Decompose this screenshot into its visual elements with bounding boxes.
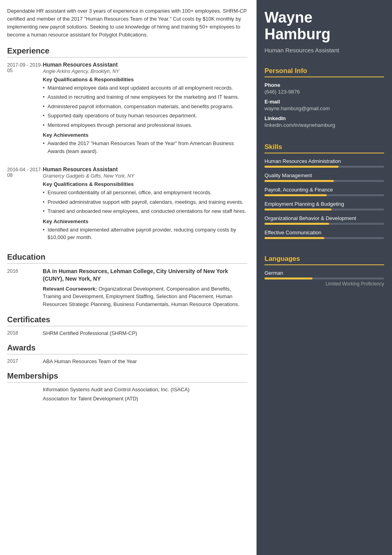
membership-text: Information Systems Audit and Control As… — [43, 387, 247, 392]
personal-info-title: Personal Info — [265, 67, 384, 77]
list-item: Administered payroll information, compen… — [43, 103, 247, 111]
experience-section: Experience 2017-09 - 2019-05 Human Resou… — [7, 46, 247, 245]
languages-title: Languages — [265, 255, 384, 265]
edu-content: BA in Human Resources, Lehman College, C… — [43, 268, 247, 308]
skills-title: Skills — [265, 143, 384, 153]
linkedin-label: LinkedIn — [265, 115, 384, 121]
skill-bar-fill — [265, 223, 329, 225]
personal-info-section: Personal Info Phone (646) 123-9876 E-mai… — [257, 61, 392, 138]
experience-entry: 2017-09 - 2019-05 Human Resources Assist… — [7, 61, 247, 159]
qualifications-label: Key Qualifications & Responsibilities — [43, 181, 247, 187]
skill-bar-fill — [265, 180, 334, 182]
date-col: 2017-09 - 2019-05 — [7, 61, 43, 159]
skill-bar-bg — [265, 237, 384, 239]
membership-entry: Association for Talent Development (ATD) — [7, 396, 247, 402]
certificates-title: Certificates — [7, 315, 247, 326]
education-entry: 2016 BA in Human Resources, Lehman Colle… — [7, 268, 247, 308]
lang-level: Limited Working Proficiency — [265, 281, 384, 287]
list-item: Identified and implemented alternative p… — [43, 226, 247, 241]
award-entry: 2017 ABA Human Resources Team of the Yea… — [7, 358, 247, 364]
qualifications-list: Maintained employee data and kept update… — [43, 84, 247, 129]
skill-item: Payroll, Accounting & Finance — [265, 187, 384, 196]
education-container: 2016 BA in Human Resources, Lehman Colle… — [7, 268, 247, 308]
edu-degree: BA in Human Resources, Lehman College, C… — [43, 268, 247, 283]
skill-name: Organizational Behavior & Development — [265, 215, 384, 221]
skill-bar-fill — [265, 209, 331, 211]
awards-section: Awards 2017 ABA Human Resources Team of … — [7, 343, 247, 364]
phone-value: (646) 123-9876 — [265, 89, 384, 95]
list-item: Maintained employee data and kept update… — [43, 84, 247, 92]
right-panel: Wayne Hamburg Human Resources Assistant … — [257, 0, 392, 555]
lang-bar-bg — [265, 278, 384, 279]
experience-entry: 2016-04 - 2017-08 Human Resources Assist… — [7, 166, 247, 245]
memberships-title: Memberships — [7, 371, 247, 383]
list-item: Trained and onboarded new employees, and… — [43, 207, 247, 215]
memberships-container: Information Systems Audit and Control As… — [7, 387, 247, 402]
name-first: Wayne — [265, 9, 312, 26]
summary-text: Dependable HR assistant with over 3 year… — [7, 7, 247, 39]
achievements-list: Identified and implemented alternative p… — [43, 226, 247, 241]
name-last: Hamburg — [265, 26, 331, 42]
awards-title: Awards — [7, 343, 247, 354]
list-item: Supported daily operations of busy human… — [43, 112, 247, 120]
membership-spacer — [7, 396, 43, 402]
email-value: wayne.hamburg@gmail.com — [265, 105, 384, 111]
skill-bar-bg — [265, 180, 384, 182]
entry-content: Human Resources Assistant Gramercy Gadge… — [43, 166, 247, 245]
award-year: 2017 — [7, 358, 43, 364]
achievements-label: Key Achievements — [43, 218, 247, 224]
certificates-section: Certificates 2018 SHRM Certified Profess… — [7, 315, 247, 336]
qualifications-label: Key Qualifications & Responsibilities — [43, 77, 247, 82]
award-text: ABA Human Resources Team of the Year — [43, 358, 247, 364]
membership-spacer — [7, 387, 43, 392]
edu-year: 2016 — [7, 268, 43, 308]
name-main: Wayne Hamburg — [265, 10, 384, 43]
skill-name: Employment Planning & Budgeting — [265, 201, 384, 207]
achievements-label: Key Achievements — [43, 132, 247, 138]
awards-container: 2017 ABA Human Resources Team of the Yea… — [7, 358, 247, 364]
skill-bar-bg — [265, 209, 384, 211]
email-label: E-mail — [265, 99, 384, 105]
entry-company: Gramercy Gadgets & Gifts, New York, NY — [43, 173, 247, 179]
skills-section: Skills Human Resources Administration Qu… — [257, 138, 392, 249]
skill-name: Quality Management — [265, 172, 384, 178]
cert-text: SHRM Certified Professional (SHRM-CP) — [43, 330, 247, 336]
certificates-container: 2018 SHRM Certified Professional (SHRM-C… — [7, 330, 247, 336]
skill-bar-bg — [265, 194, 384, 196]
languages-container: German Limited Working Proficiency — [265, 270, 384, 287]
lang-bar-fill — [265, 278, 312, 279]
date-col: 2016-04 - 2017-08 — [7, 166, 43, 245]
list-item: Ensured confidentiality of all personnel… — [43, 189, 247, 197]
lang-name: German — [265, 270, 384, 276]
certificate-entry: 2018 SHRM Certified Professional (SHRM-C… — [7, 330, 247, 336]
entry-title: Human Resources Assistant — [43, 166, 247, 172]
skill-item: Human Resources Administration — [265, 158, 384, 168]
skills-container: Human Resources Administration Quality M… — [265, 158, 384, 239]
language-item: German Limited Working Proficiency — [265, 270, 384, 287]
list-item: Mentored employees through personal and … — [43, 121, 247, 129]
phone-label: Phone — [265, 82, 384, 88]
membership-entry: Information Systems Audit and Control As… — [7, 387, 247, 392]
qualifications-list: Ensured confidentiality of all personnel… — [43, 189, 247, 215]
skill-bar-fill — [265, 166, 339, 168]
skill-name: Payroll, Accounting & Finance — [265, 187, 384, 193]
skill-bar-bg — [265, 223, 384, 225]
skill-item: Organizational Behavior & Development — [265, 215, 384, 225]
skill-name: Human Resources Administration — [265, 158, 384, 164]
skill-bar-fill — [265, 194, 327, 196]
languages-section: Languages German Limited Working Profici… — [257, 249, 392, 295]
left-panel: Dependable HR assistant with over 3 year… — [0, 0, 257, 555]
list-item: Assisted in recruiting and training of n… — [43, 93, 247, 101]
experience-container: 2017-09 - 2019-05 Human Resources Assist… — [7, 61, 247, 245]
edu-coursework: Relevant Coursework: Organizational Deve… — [43, 285, 247, 308]
entry-title: Human Resources Assistant — [43, 61, 247, 68]
skill-bar-fill — [265, 237, 324, 239]
list-item: Provided administrative support with pay… — [43, 198, 247, 206]
experience-title: Experience — [7, 46, 247, 57]
cert-year: 2018 — [7, 330, 43, 336]
entry-content: Human Resources Assistant Angie Arkins A… — [43, 61, 247, 159]
linkedin-value: linkedin.com/in/waynehamburg — [265, 122, 384, 128]
memberships-section: Memberships Information Systems Audit an… — [7, 371, 247, 402]
achievements-list: Awarded the 2017 "Human Resources Team o… — [43, 140, 247, 155]
membership-text: Association for Talent Development (ATD) — [43, 396, 247, 402]
